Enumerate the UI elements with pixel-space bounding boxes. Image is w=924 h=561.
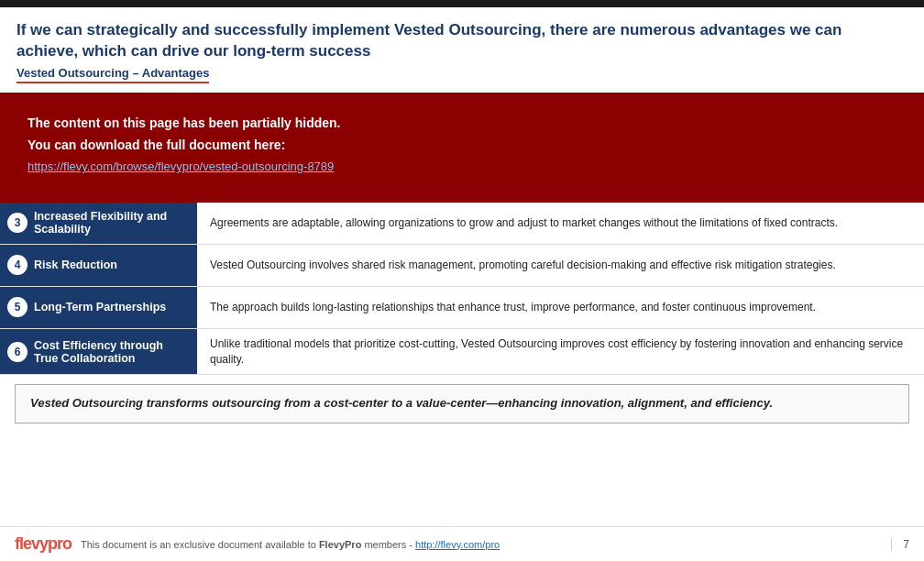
advantage-label-6: 6 Cost Efficiency through True Collabora… [0,329,197,375]
summary-text: Vested Outsourcing transforms outsourcin… [30,395,894,412]
footer-brand: FlevyPro [319,539,361,550]
advantage-row-3: 3 Increased Flexibility and Scalability … [0,203,924,245]
advantage-title-3: Increased Flexibility and Scalability [34,210,190,236]
logo-pro: pro [48,534,72,553]
advantage-row-5: 5 Long-Term Partnerships The approach bu… [0,287,924,329]
main-title: If we can strategically and successfully… [16,20,908,62]
hidden-overlay: The content on this page has been partia… [0,93,924,203]
advantage-desc-4: Vested Outsourcing involves shared risk … [197,245,924,286]
advantages-section: 3 Increased Flexibility and Scalability … [0,203,924,376]
advantage-number-3: 3 [7,213,28,233]
advantage-number-5: 5 [7,297,28,317]
advantage-desc-3: Agreements are adaptable, allowing organ… [197,203,924,244]
footer: flevypro This document is an exclusive d… [0,526,924,561]
footer-page-number: 7 [891,538,909,551]
logo-flevy: flevy [15,534,48,553]
footer-logo: flevypro [15,534,72,554]
advantage-label-3: 3 Increased Flexibility and Scalability [0,203,197,244]
main-title-area: If we can strategically and successfully… [0,7,924,93]
notice-line-1: The content on this page has been partia… [28,113,896,157]
download-link[interactable]: https://flevy.com/browse/flevypro/vested… [28,160,896,173]
advantage-title-5: Long-Term Partnerships [34,301,166,314]
advantage-title-4: Risk Reduction [34,258,117,271]
advantage-desc-6: Unlike traditional models that prioritiz… [197,329,924,375]
advantage-row-6: 6 Cost Efficiency through True Collabora… [0,329,924,376]
subtitle-label: Vested Outsourcing – Advantages [16,66,209,83]
advantage-label-4: 4 Risk Reduction [0,245,197,286]
advantage-number-6: 6 [7,342,28,362]
summary-box: Vested Outsourcing transforms outsourcin… [15,384,909,424]
advantage-label-5: 5 Long-Term Partnerships [0,287,197,328]
advantage-row-4: 4 Risk Reduction Vested Outsourcing invo… [0,245,924,287]
advantage-desc-5: The approach builds long-lasting relatio… [197,287,924,328]
advantage-number-4: 4 [7,255,28,275]
top-bar [0,0,924,7]
footer-link[interactable]: http://flevy.com/pro [415,539,500,550]
footer-note: This document is an exclusive document a… [81,539,882,550]
advantage-title-6: Cost Efficiency through True Collaborati… [34,339,190,365]
